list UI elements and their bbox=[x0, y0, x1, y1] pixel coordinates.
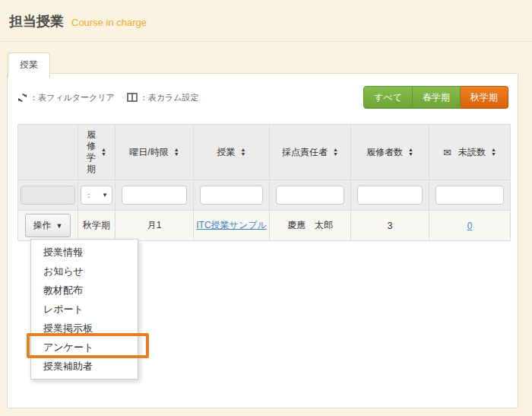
filter-day-period-input[interactable] bbox=[122, 186, 187, 205]
course-link[interactable]: ITC授業サンプル bbox=[196, 220, 266, 230]
table-row: 操作 ▼ 秋学期 月1 ITC授業サンプル 慶應 太郎 3 0 bbox=[18, 211, 511, 241]
actions-dropdown-label: 操作 bbox=[33, 219, 52, 232]
actions-dropdown-button[interactable]: 操作 ▼ bbox=[25, 214, 71, 237]
filter-course-input[interactable] bbox=[200, 186, 264, 205]
header-actions bbox=[18, 125, 78, 180]
header-day-period[interactable]: 曜日/時限 ▲▼ bbox=[116, 125, 194, 180]
sort-icon: ▲▼ bbox=[101, 148, 106, 157]
filter-semester-select[interactable]: ： ▼ bbox=[81, 186, 112, 205]
cell-day-period: 月1 bbox=[116, 211, 194, 241]
tab-courses-label: 授業 bbox=[20, 59, 38, 70]
filter-clear-legend: ：表フィルタークリア bbox=[17, 92, 115, 103]
menu-item-course-info[interactable]: 授業情報 bbox=[31, 243, 138, 262]
filter-grader-input[interactable] bbox=[276, 186, 344, 205]
filter-actions-input[interactable] bbox=[21, 186, 75, 205]
refresh-icon[interactable] bbox=[17, 93, 27, 103]
menu-item-assistants[interactable]: 授業補助者 bbox=[31, 357, 138, 376]
column-settings-legend: ：表カラム設定 bbox=[127, 92, 199, 103]
header-grader-label: 採点責任者 bbox=[282, 146, 328, 159]
filter-row: ： ▼ bbox=[18, 180, 511, 211]
page-header: 担当授業 Course in charge bbox=[9, 12, 147, 30]
chevron-down-icon: ▼ bbox=[102, 192, 108, 198]
menu-item-survey[interactable]: アンケート bbox=[31, 338, 138, 357]
actions-dropdown-menu: 授業情報 お知らせ 教材配布 レポート 授業掲示板 アンケート 授業補助者 bbox=[30, 239, 138, 379]
header-day-period-label: 曜日/時限 bbox=[129, 146, 168, 159]
caret-down-icon: ▼ bbox=[56, 222, 63, 230]
page-title: 担当授業 bbox=[9, 12, 64, 30]
header-divider bbox=[0, 41, 532, 42]
sort-icon: ▲▼ bbox=[333, 148, 338, 157]
filter-enrolled-input[interactable] bbox=[357, 186, 423, 205]
envelope-icon: ✉ bbox=[443, 147, 451, 158]
cell-semester: 秋学期 bbox=[78, 211, 116, 241]
header-unread-label: 未読数 bbox=[458, 146, 486, 159]
cell-enrolled: 3 bbox=[351, 211, 429, 241]
sort-icon: ▲▼ bbox=[174, 148, 179, 157]
filter-semester-select-value: ： bbox=[85, 190, 93, 201]
unread-count-link[interactable]: 0 bbox=[467, 221, 473, 231]
toolbar: ：表フィルタークリア ：表カラム設定 すべて 春学期 秋学期 bbox=[17, 86, 508, 109]
header-enrolled-label: 履修者数 bbox=[366, 146, 403, 159]
header-unread[interactable]: ✉ 未読数 ▲▼ bbox=[429, 125, 511, 180]
semester-filter-group: すべて 春学期 秋学期 bbox=[363, 86, 508, 109]
sort-icon: ▲▼ bbox=[408, 148, 413, 157]
courses-table: 履修学期 ▲▼ 曜日/時限 ▲▼ 授業 ▲▼ bbox=[17, 124, 511, 241]
header-grader[interactable]: 採点責任者 ▲▼ bbox=[270, 125, 351, 180]
semester-all-button[interactable]: すべて bbox=[363, 86, 413, 109]
menu-item-materials[interactable]: 教材配布 bbox=[31, 281, 138, 300]
cell-grader: 慶應 太郎 bbox=[270, 211, 351, 241]
header-semester-label: 履修学期 bbox=[87, 129, 96, 175]
menu-item-board[interactable]: 授業掲示板 bbox=[31, 319, 138, 338]
header-enrolled[interactable]: 履修者数 ▲▼ bbox=[351, 125, 429, 180]
header-course-label: 授業 bbox=[217, 146, 236, 159]
column-settings-label: ：表カラム設定 bbox=[140, 92, 199, 103]
header-semester[interactable]: 履修学期 ▲▼ bbox=[78, 125, 116, 180]
sort-icon: ▲▼ bbox=[241, 148, 246, 157]
filter-unread-input[interactable] bbox=[435, 186, 504, 205]
table-columns-icon[interactable] bbox=[127, 93, 138, 102]
page-subtitle: Course in charge bbox=[71, 17, 147, 28]
tab-courses[interactable]: 授業 bbox=[8, 52, 50, 78]
sort-icon: ▲▼ bbox=[491, 148, 496, 157]
menu-item-announcements[interactable]: お知らせ bbox=[31, 262, 138, 281]
header-row: 履修学期 ▲▼ 曜日/時限 ▲▼ 授業 ▲▼ bbox=[18, 125, 511, 180]
semester-fall-button[interactable]: 秋学期 bbox=[461, 86, 508, 109]
filter-clear-label: ：表フィルタークリア bbox=[30, 92, 115, 103]
header-course[interactable]: 授業 ▲▼ bbox=[194, 125, 270, 180]
menu-item-reports[interactable]: レポート bbox=[31, 300, 138, 319]
semester-spring-button[interactable]: 春学期 bbox=[413, 86, 461, 109]
